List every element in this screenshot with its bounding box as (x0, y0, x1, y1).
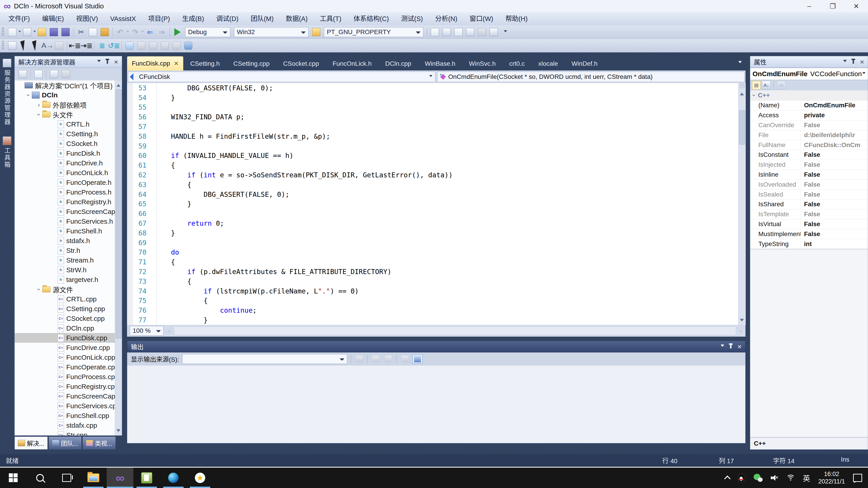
tree-item[interactable]: C+FuncShell.cpp (15, 411, 122, 420)
property-row[interactable]: IsConstantFalse (750, 150, 868, 160)
solution-explorer-bottom-tab[interactable]: 解决... (14, 436, 48, 450)
tree-item[interactable]: hStream.h (15, 255, 122, 265)
properties-object-combo[interactable]: OnCmdEnumFile VCCodeFunction (750, 68, 868, 80)
solution-configurations-combo[interactable]: Debug (185, 27, 230, 37)
extension-button[interactable] (489, 27, 499, 37)
team-explorer-bottom-tab[interactable]: 团队... (49, 436, 82, 450)
menu-item[interactable]: 分析(N) (429, 12, 463, 25)
menu-item[interactable]: 工具(T) (314, 12, 347, 25)
ime-indicator[interactable]: 英 (803, 473, 810, 483)
tree-item[interactable]: hCRTL.h (15, 119, 122, 129)
visual-studio-taskbar-button[interactable]: ∞ (107, 468, 133, 488)
solution-platforms-combo[interactable]: Win32 (234, 27, 309, 37)
tree-item[interactable]: C+FuncDrive.cpp (15, 343, 122, 352)
find-combo[interactable]: PT_GNU_PROPERTY (324, 27, 423, 37)
tree-item[interactable]: hFuncDisk.h (15, 149, 122, 158)
command-window-button[interactable] (453, 27, 464, 37)
navigate-backward-button[interactable]: ⇐ (145, 27, 155, 37)
zoom-combo[interactable]: 100 % (130, 326, 164, 335)
categorized-button[interactable]: ▤ (752, 81, 761, 90)
expander-open-icon[interactable]: › (25, 92, 32, 98)
scroll-down-icon[interactable] (739, 317, 745, 325)
start-debugging-button[interactable] (172, 27, 183, 37)
qq-icon[interactable] (738, 473, 745, 483)
toolbar-options-button[interactable] (500, 27, 510, 37)
menu-item[interactable]: 数据(A) (280, 12, 314, 25)
previous-bookmark-in-folder-button[interactable] (160, 40, 170, 51)
save-button[interactable] (49, 27, 59, 37)
split-window-handle[interactable] (739, 84, 745, 89)
property-category-row[interactable]: › C++ (750, 90, 868, 101)
tab-overflow-button[interactable] (738, 63, 745, 70)
window-position-icon[interactable] (721, 345, 724, 349)
wifi-icon[interactable] (786, 475, 795, 481)
toggle-word-wrap-button[interactable] (412, 354, 423, 364)
close-icon[interactable]: × (737, 343, 742, 350)
scrollbar-thumb[interactable] (116, 90, 122, 338)
next-message-button[interactable] (383, 354, 394, 364)
class-view-bottom-tab[interactable]: 类视... (83, 436, 116, 450)
window-position-icon[interactable] (843, 60, 847, 64)
new-project-dropdown-icon[interactable] (19, 31, 21, 33)
document-tab[interactable]: WinBase.h (418, 57, 462, 70)
menu-item[interactable]: 测试(S) (395, 12, 429, 25)
paste-button[interactable] (99, 27, 110, 37)
view-class-diagram-button[interactable] (49, 69, 59, 79)
tree-item[interactable]: C+DCln.cpp (15, 323, 122, 333)
menu-item[interactable]: 体系结构(C) (347, 12, 395, 25)
output-content[interactable] (127, 365, 745, 443)
save-all-button[interactable] (60, 27, 71, 37)
property-row[interactable]: CanOverrideFalse (750, 121, 868, 130)
document-tab[interactable]: FuncDisk.cpp✕ (127, 56, 183, 70)
tree-item[interactable]: C+FuncScreenCapture.cpp (15, 391, 122, 401)
insert-snippet-button[interactable] (7, 40, 18, 51)
property-row[interactable]: IsInjectedFalse (750, 160, 868, 170)
navigate-forward-button[interactable]: ⇒ (157, 27, 167, 37)
find-symbol-button[interactable] (430, 27, 440, 37)
show-hidden-icons-icon[interactable] (724, 476, 731, 482)
tree-item[interactable]: ›外部依赖项 (15, 100, 122, 109)
tree-item[interactable]: C+FuncOnLick.cpp (15, 352, 122, 362)
output-source-combo[interactable] (182, 354, 347, 364)
taskbar-search-button[interactable] (27, 468, 53, 488)
tree-item[interactable]: hstdafx.h (15, 236, 122, 246)
indicator-margin[interactable] (127, 83, 133, 325)
va-goto-button[interactable] (31, 40, 41, 51)
toolbar-grip[interactable] (2, 28, 4, 37)
redo-button[interactable]: ↷ (130, 27, 141, 37)
next-bookmark-button[interactable] (148, 40, 158, 51)
tree-item[interactable]: C+CSetting.cpp (15, 304, 122, 314)
previous-message-button[interactable] (370, 354, 381, 364)
tree-item[interactable]: hFuncOperate.h (15, 177, 122, 187)
uncomment-selection-button[interactable]: ↺≣ (109, 40, 119, 51)
previous-bookmark-button[interactable] (136, 40, 147, 51)
types-combo[interactable]: CFuncDisk (128, 72, 435, 82)
wechat-icon[interactable] (754, 474, 763, 482)
tree-item[interactable]: hStrW.h (15, 265, 122, 275)
property-row[interactable]: TypeStringint (750, 239, 868, 249)
collapse-icon[interactable]: › (750, 92, 758, 99)
undo-button[interactable]: ↶ (115, 27, 125, 37)
tree-item[interactable]: C+CSocket.cpp (15, 314, 122, 323)
find-message-button[interactable] (354, 354, 364, 364)
property-row[interactable]: IsOverloadedFalse (750, 180, 868, 190)
scroll-up-icon[interactable] (115, 80, 122, 88)
volume-muted-icon[interactable] (771, 475, 778, 481)
toggle-bookmark-button[interactable] (124, 40, 135, 51)
open-file-button[interactable] (37, 27, 47, 37)
tree-item[interactable]: hFuncRegistry.h (15, 197, 122, 207)
document-tab[interactable]: WinDef.h (565, 57, 604, 70)
document-tab[interactable]: crt0.c (502, 57, 531, 70)
menu-item[interactable]: VAssistX (104, 12, 142, 25)
solution-tree[interactable]: 解决方案"DCln"(1 个项目)›DCln›外部依赖项›头文件hCRTL.hh… (14, 80, 122, 435)
menu-item[interactable]: 窗口(W) (463, 12, 499, 25)
alphabetical-button[interactable]: A↓ (762, 81, 771, 90)
tree-item[interactable]: 解决方案"DCln"(1 个项目) (15, 80, 122, 90)
tree-item[interactable]: hFuncProcess.h (15, 187, 122, 197)
redo-dropdown-icon[interactable] (142, 31, 144, 33)
document-tab[interactable]: CSocket.cpp (276, 57, 326, 70)
tree-item[interactable]: C+FuncProcess.cpp (15, 372, 122, 382)
members-combo[interactable]: OnCmdEnumFile(CSocket * so, DWORD ucmd, … (437, 72, 745, 82)
tree-item[interactable]: hFuncScreenCapture.h (15, 207, 122, 217)
tree-item[interactable]: htargetver.h (15, 275, 122, 285)
